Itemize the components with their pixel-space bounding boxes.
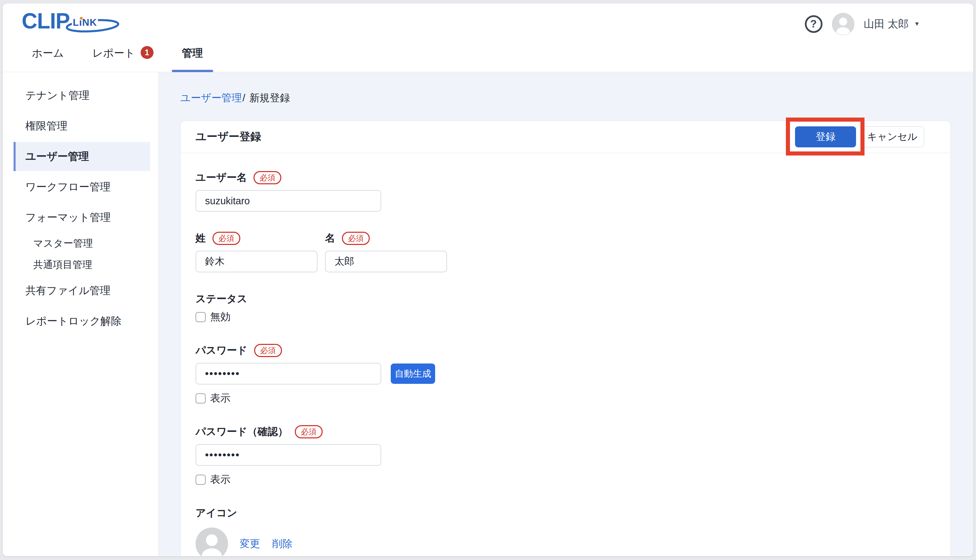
sidebar-item-user-management[interactable]: ユーザー管理 xyxy=(13,142,150,171)
report-notification-badge: 1 xyxy=(141,46,153,59)
submit-button[interactable]: 登録 xyxy=(795,127,856,147)
page-background: { "header": { "logo": { "primary": "CLIP… xyxy=(0,0,976,560)
password-show-checkbox[interactable] xyxy=(195,393,206,403)
breadcrumb-current: 新規登録 xyxy=(249,92,290,103)
field-icon: アイコン 変更 xyxy=(195,506,936,556)
field-last-name: 姓 必須 xyxy=(195,232,317,272)
logo-link-text: LiNK xyxy=(72,17,98,28)
field-username: ユーザー名 必須 xyxy=(195,171,936,212)
password-autogenerate-button[interactable]: 自動生成 xyxy=(391,363,435,384)
app-window: CLIP LiNK ホーム レポート 1 管理 ? xyxy=(3,3,973,556)
card-title: ユーザー登録 xyxy=(195,129,261,144)
logo-link-wrap: LiNK xyxy=(69,16,120,32)
cancel-button[interactable]: キャンセル xyxy=(861,127,924,147)
status-disabled-checkbox[interactable] xyxy=(195,312,206,322)
password-label: パスワード xyxy=(195,343,247,357)
sidebar: テナント管理 権限管理 ユーザー管理 ワークフロー管理 フォーマット管理 マスタ… xyxy=(3,72,158,556)
password-confirm-required-badge: 必須 xyxy=(295,425,323,438)
logo-orange-dot-icon xyxy=(80,17,83,20)
tab-admin-label: 管理 xyxy=(182,46,203,60)
breadcrumb: ユーザー管理/新規登録 xyxy=(180,91,951,105)
password-input[interactable] xyxy=(195,363,381,385)
breadcrumb-parent-link[interactable]: ユーザー管理 xyxy=(180,92,242,103)
username-label: ユーザー名 xyxy=(195,171,247,185)
field-password-confirm: パスワード（確認） 必須 表示 xyxy=(195,425,936,487)
status-label: ステータス xyxy=(195,292,247,306)
card-actions: 登録 キャンセル xyxy=(795,127,924,147)
icon-links: 変更 削除 xyxy=(240,537,292,551)
sidebar-item-format[interactable]: フォーマット管理 xyxy=(3,202,158,233)
sidebar-item-permission[interactable]: 権限管理 xyxy=(3,111,158,141)
first-name-input[interactable] xyxy=(325,251,447,272)
password-show-row: 表示 xyxy=(195,391,936,405)
password-confirm-show-label: 表示 xyxy=(210,473,230,487)
tab-report-label: レポート xyxy=(92,46,135,60)
app-header: CLIP LiNK ホーム レポート 1 管理 ? xyxy=(3,3,973,72)
sidebar-item-shared-files[interactable]: 共有ファイル管理 xyxy=(3,275,158,306)
password-confirm-row xyxy=(195,444,936,466)
card-body: ユーザー名 必須 姓 必須 xyxy=(181,153,951,556)
password-confirm-label: パスワード（確認） xyxy=(195,425,288,439)
first-name-required-badge: 必須 xyxy=(342,232,370,245)
main-content: ユーザー管理/新規登録 ユーザー登録 登録 キャンセル xyxy=(158,72,973,556)
sidebar-item-master[interactable]: マスター管理 xyxy=(3,233,158,254)
password-confirm-show-checkbox[interactable] xyxy=(195,475,206,485)
tab-home-label: ホーム xyxy=(32,46,64,60)
logo-clip-text: CLIP xyxy=(22,10,70,32)
app-logo[interactable]: CLIP LiNK xyxy=(22,10,120,32)
submit-button-wrap: 登録 xyxy=(795,127,856,147)
password-confirm-show-row: 表示 xyxy=(195,473,936,487)
last-name-label: 姓 xyxy=(195,232,206,245)
username-required-badge: 必須 xyxy=(254,171,281,184)
last-name-input[interactable] xyxy=(195,251,317,272)
status-disabled-row: 無効 xyxy=(195,310,936,324)
password-row: 自動生成 xyxy=(195,363,936,385)
field-password: パスワード 必須 自動生成 表示 xyxy=(195,343,936,405)
first-name-label: 名 xyxy=(325,232,335,245)
user-avatar[interactable] xyxy=(832,13,854,35)
sidebar-item-common-fields[interactable]: 共通項目管理 xyxy=(3,254,158,275)
caret-down-icon[interactable]: ▼ xyxy=(914,21,920,27)
password-show-label: 表示 xyxy=(210,391,230,405)
breadcrumb-separator: / xyxy=(242,92,245,103)
sidebar-item-tenant[interactable]: テナント管理 xyxy=(3,80,158,111)
tab-report[interactable]: レポート 1 xyxy=(82,46,164,72)
main-nav-tabs: ホーム レポート 1 管理 xyxy=(22,46,213,72)
sidebar-item-workflow[interactable]: ワークフロー管理 xyxy=(3,172,158,202)
field-status: ステータス 無効 xyxy=(195,292,936,324)
card-header: ユーザー登録 登録 キャンセル xyxy=(181,121,951,153)
status-disabled-label: 無効 xyxy=(210,310,230,324)
user-name[interactable]: 山田 太郎 xyxy=(864,17,909,31)
field-first-name: 名 必須 xyxy=(325,232,447,272)
sidebar-item-report-lock-release[interactable]: レポートロック解除 xyxy=(3,306,158,337)
password-confirm-input[interactable] xyxy=(195,444,381,466)
username-input[interactable] xyxy=(195,190,381,212)
icon-label: アイコン xyxy=(195,506,237,520)
user-registration-card: ユーザー登録 登録 キャンセル ユーザー名 必須 xyxy=(180,121,951,556)
user-icon-placeholder xyxy=(195,527,228,556)
tab-admin[interactable]: 管理 xyxy=(172,46,213,72)
password-required-badge: 必須 xyxy=(254,344,282,357)
help-icon[interactable]: ? xyxy=(805,15,823,33)
icon-row: 変更 削除 xyxy=(195,527,936,556)
header-right-controls: ? 山田 太郎 ▼ xyxy=(805,13,920,35)
icon-change-link[interactable]: 変更 xyxy=(240,537,260,551)
icon-delete-link[interactable]: 削除 xyxy=(272,537,292,551)
name-fields-row: 姓 必須 名 必須 xyxy=(195,232,936,272)
tab-home[interactable]: ホーム xyxy=(22,46,74,72)
last-name-required-badge: 必須 xyxy=(212,232,240,245)
app-body: テナント管理 権限管理 ユーザー管理 ワークフロー管理 フォーマット管理 マスタ… xyxy=(3,72,973,556)
